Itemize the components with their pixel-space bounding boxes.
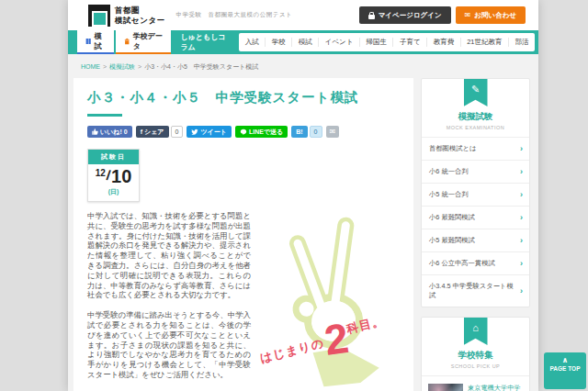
breadcrumb-separator: > — [138, 63, 141, 70]
exam-weekday: (日) — [88, 185, 139, 201]
nav-item-21seiki[interactable]: 21世紀教育 — [460, 38, 508, 47]
breadcrumb: HOME>模擬試験>小3・小4・小5 中学受験スタート模試 — [68, 54, 538, 78]
title-underline — [87, 114, 122, 117]
nav-item-moshi[interactable]: 模試 — [291, 38, 318, 47]
ribbon-badge: ✎ — [464, 79, 488, 106]
ribbon-badge: ⌂ — [464, 318, 488, 345]
nav-item-bukatsu[interactable]: 部活 — [508, 38, 535, 47]
exam-day: 10 — [111, 167, 131, 185]
chevron-right-icon: › — [520, 214, 523, 222]
chevron-right-icon: › — [520, 237, 523, 245]
logo-icon — [88, 5, 110, 27]
school-house-icon: ⌂ — [472, 322, 479, 345]
nav-tab-school-data[interactable]: 学校データ — [116, 30, 171, 54]
breadcrumb-home[interactable]: HOME — [81, 63, 100, 70]
breadcrumb-separator: > — [103, 63, 107, 70]
nav-item-event[interactable]: イベント — [318, 38, 359, 47]
sidebar-item-g6-top[interactable]: 小6 最難関模試› — [422, 206, 529, 229]
chevron-right-icon: › — [520, 260, 523, 268]
mail-share-button[interactable]: ✉ — [326, 126, 340, 138]
mock-exam-subtitle: MOCK EXAMINATION — [422, 125, 529, 130]
share-bar: いいね! 0 f シェア 0 ツイート LINEで送る B! — [87, 126, 400, 138]
chevron-right-icon: › — [520, 287, 523, 296]
school-pickup-widget: ⌂ 学校特集 SCHOOL PICK UP 東京電機大学中学校 「人間らしく生き… — [421, 317, 530, 391]
sidebar-item-start-moshi[interactable]: 小3.4.5 中学受験スタート模試› — [422, 274, 529, 307]
line-share-button[interactable]: LINEで送る — [235, 126, 288, 138]
logo-text: 首都圏 模試センター — [115, 6, 165, 24]
nav-item-kikokusei[interactable]: 帰国生 — [359, 38, 393, 47]
sidebar: ✎ 模擬試験 MOCK EXAMINATION 首都圏模試とは› 小6 統一合判… — [421, 78, 530, 391]
document-icon — [85, 38, 91, 45]
facebook-icon: f — [141, 128, 142, 135]
nav-menu: 入試 学校 模試 イベント 帰国生 子育て 教育費 21世紀教育 部活 — [239, 33, 535, 51]
nav-item-kyoikuhi[interactable]: 教育費 — [426, 38, 460, 47]
twitter-icon — [191, 128, 198, 136]
contact-button[interactable]: ✉ お問い合わせ — [456, 6, 526, 24]
building-icon — [124, 38, 130, 45]
school-pickup-subtitle: SCHOOL PICK UP — [422, 363, 529, 369]
exam-date-label: 試験日 — [88, 150, 139, 164]
facebook-share-count: 0 — [171, 126, 184, 138]
thumbs-up-icon — [92, 128, 98, 135]
paragraph: 中学入試では、知識・技術を必要とする問題と共に、受験生の思考力を試す多様な問題が… — [87, 211, 251, 300]
chevron-right-icon: › — [520, 145, 523, 153]
hatena-count: 0 — [310, 126, 322, 138]
breadcrumb-section[interactable]: 模擬試験 — [109, 63, 135, 70]
mock-exam-widget: ✎ 模擬試験 MOCK EXAMINATION 首都圏模試とは› 小6 統一合判… — [421, 78, 530, 307]
school-name-link[interactable]: 東京電機大学中学校 — [468, 384, 523, 391]
facebook-share-button[interactable]: f シェア — [136, 126, 169, 138]
site-logo[interactable]: 首都圏 模試センター — [88, 5, 165, 27]
school-thumbnail — [428, 384, 463, 391]
nav-item-gakko[interactable]: 学校 — [265, 38, 291, 47]
main-nav: 模試 学校データ しゅともしコラム 入試 学校 模試 イベント 帰国生 子育て … — [68, 30, 538, 54]
exam-date-value: 12 / 10 — [88, 164, 139, 185]
main-article: 小３・小４・小５ 中学受験スタート模試 いいね! 0 f シェア 0 ツイート — [74, 78, 413, 391]
lock-icon — [368, 15, 375, 19]
hatena-bookmark-button[interactable]: B! — [291, 126, 307, 138]
site-tagline: 中学受験 首都圏最大規模の公開テスト — [176, 11, 293, 19]
nav-item-nyushi[interactable]: 入試 — [239, 38, 265, 47]
sidebar-item-g5-gohan[interactable]: 小5 統一合判› — [422, 183, 529, 206]
peace-hand-illustration: はじまりの 2 科目。 — [260, 211, 400, 387]
breadcrumb-current: 小3・小4・小5 中学受験スタート模試 — [144, 63, 258, 70]
nav-tab-moshi[interactable]: 模試 — [77, 30, 114, 54]
article-body: 中学入試では、知識・技術を必要とする問題と共に、受験生の思考力を試す多様な問題が… — [87, 211, 251, 390]
arrow-up-icon: ∧ — [544, 357, 586, 364]
school-pickup-title: 学校特集 — [422, 350, 529, 362]
exam-month: 12 — [96, 168, 106, 178]
mock-exam-title: 模擬試験 — [422, 111, 529, 123]
exam-date-card: 試験日 12 / 10 (日) — [87, 149, 140, 202]
paragraph: 中学受験の準備に踏み出そうとする今、中学入試で必要とされる力を知ることは、今後の… — [87, 310, 251, 380]
mypage-login-button[interactable]: マイページログイン — [359, 6, 451, 24]
chevron-right-icon: › — [520, 191, 523, 199]
nav-item-kosodate[interactable]: 子育て — [392, 38, 426, 47]
nav-column-link[interactable]: しゅともしコラム — [171, 30, 239, 54]
mail-icon: ✉ — [465, 12, 471, 19]
sidebar-item-g6-gohan[interactable]: 小6 統一合判› — [422, 160, 529, 183]
sidebar-item-public[interactable]: 小6 公立中高一貫模試› — [422, 251, 529, 274]
school-pickup-item[interactable]: 東京電機大学中学校 「人間らしく生きる」を教育の根底に据え — [422, 375, 529, 391]
page-title: 小３・小４・小５ 中学受験スタート模試 — [87, 89, 400, 106]
line-icon — [240, 128, 247, 136]
page-top-button[interactable]: ∧ PAGE TOP — [544, 352, 586, 389]
pencil-icon: ✎ — [471, 84, 480, 106]
sidebar-item-g5-top[interactable]: 小5 最難関模試› — [422, 229, 529, 251]
chevron-right-icon: › — [520, 168, 523, 176]
facebook-like-button[interactable]: いいね! 0 — [87, 126, 132, 138]
site-header: 首都圏 模試センター 中学受験 首都圏最大規模の公開テスト マイページログイン … — [68, 0, 538, 30]
sidebar-item-about[interactable]: 首都圏模試とは› — [422, 137, 529, 160]
tweet-button[interactable]: ツイート — [187, 126, 232, 138]
page-container: 首都圏 模試センター 中学受験 首都圏最大規模の公開テスト マイページログイン … — [68, 0, 538, 391]
envelope-icon: ✉ — [330, 128, 336, 136]
